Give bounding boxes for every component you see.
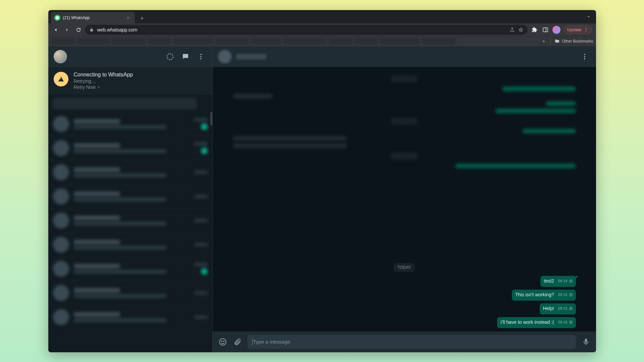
message-row: Help! 09:15 <box>233 303 576 314</box>
message-row: test2 09:14 <box>233 276 576 287</box>
chat-list-item[interactable] <box>48 136 212 160</box>
filter-icon[interactable] <box>200 99 208 108</box>
bookmark-item[interactable] <box>173 38 213 45</box>
share-icon[interactable] <box>509 27 515 33</box>
other-bookmarks-button[interactable]: Other Bookmarks <box>554 39 593 44</box>
browser-window: (21) WhatsApp + web.whatsapp.com <box>48 10 596 352</box>
svg-point-2 <box>585 29 586 30</box>
extensions-icon[interactable] <box>531 26 538 34</box>
new-tab-button[interactable]: + <box>138 14 147 23</box>
chat-list-item[interactable] <box>48 233 212 257</box>
svg-point-1 <box>585 28 586 28</box>
sidebar-search-row <box>48 95 212 112</box>
back-button[interactable] <box>51 25 60 35</box>
message-time: 09:16 <box>558 319 568 325</box>
chat-list-item[interactable] <box>48 208 212 233</box>
connection-title: Connecting to WhatsApp <box>74 72 133 78</box>
new-chat-icon[interactable] <box>179 51 192 63</box>
svg-point-9 <box>584 56 585 57</box>
side-panel-icon[interactable] <box>542 26 549 34</box>
outgoing-message[interactable]: test2 09:14 <box>540 276 576 287</box>
svg-point-10 <box>584 58 585 59</box>
svg-point-16 <box>221 341 222 341</box>
svg-point-17 <box>223 341 224 341</box>
bookmark-item[interactable] <box>215 38 249 45</box>
mic-button[interactable] <box>581 337 591 347</box>
retry-now-button[interactable]: Retry Now <box>74 84 101 90</box>
bookmarks-bar: » Other Bookmarks <box>48 36 596 46</box>
attach-button[interactable] <box>233 337 242 347</box>
bookmark-item[interactable] <box>112 38 146 45</box>
messages-area[interactable]: TODAY test2 09:14 This isn't working? 0 <box>213 67 596 331</box>
message-time: 09:15 <box>558 292 568 298</box>
chat-list-item[interactable] <box>48 305 212 329</box>
bookmark-item[interactable] <box>422 38 455 45</box>
bookmark-item[interactable] <box>148 38 171 45</box>
message-time: 09:14 <box>558 278 568 284</box>
browser-toolbar: web.whatsapp.com Update <box>48 23 596 36</box>
message-text: Help! <box>543 305 555 312</box>
bookmarks-overflow[interactable]: » <box>541 39 546 44</box>
outgoing-message[interactable]: This isn't working? 09:15 <box>512 290 576 301</box>
reload-button[interactable] <box>74 25 83 35</box>
other-bookmarks-label: Other Bookmarks <box>562 39 593 44</box>
message-text: I'll have to work instead :( <box>500 319 555 325</box>
svg-point-7 <box>200 58 202 59</box>
bookmark-item[interactable] <box>354 38 378 45</box>
separator <box>550 38 550 44</box>
svg-point-8 <box>584 54 585 55</box>
bookmark-item[interactable] <box>51 38 74 45</box>
menu-icon[interactable] <box>195 51 207 63</box>
folder-icon <box>554 39 560 44</box>
message-row: This isn't working? 09:15 <box>233 290 576 301</box>
forward-button[interactable] <box>62 25 72 35</box>
tab-close-button[interactable] <box>125 15 131 20</box>
chat-menu-icon[interactable] <box>579 51 591 63</box>
contact-name[interactable] <box>236 54 266 59</box>
search-input[interactable] <box>52 98 197 109</box>
browser-menu-icon[interactable] <box>584 27 588 32</box>
clock-icon <box>569 293 573 297</box>
message-placeholder: Type a message <box>253 339 290 345</box>
message-text: test2 <box>544 278 555 284</box>
bookmark-item[interactable] <box>283 38 327 45</box>
chat-list-item[interactable] <box>48 160 212 184</box>
chat-list-item[interactable] <box>48 112 212 136</box>
clock-icon <box>569 320 573 324</box>
svg-point-15 <box>219 339 226 345</box>
whatsapp-favicon-icon <box>54 15 60 21</box>
bookmark-item[interactable] <box>329 38 352 45</box>
whatsapp-app: Connecting to WhatsApp Retrying… Retry N… <box>48 46 596 352</box>
message-text: This isn't working? <box>515 292 555 298</box>
contact-avatar[interactable] <box>218 50 231 63</box>
clock-icon <box>569 279 573 283</box>
chat-panel: TODAY test2 09:14 This isn't working? 0 <box>213 46 596 352</box>
profile-avatar[interactable] <box>552 26 560 34</box>
bookmark-star-icon[interactable] <box>518 27 524 33</box>
message-input[interactable]: Type a message <box>248 335 576 349</box>
update-button[interactable]: Update <box>564 25 592 34</box>
address-bar[interactable]: web.whatsapp.com <box>85 25 528 35</box>
my-avatar[interactable] <box>54 50 67 63</box>
browser-tab[interactable]: (21) WhatsApp <box>51 12 135 23</box>
toolbar-right-icons: Update <box>530 25 593 34</box>
tabs-dropdown-button[interactable] <box>581 14 596 19</box>
chat-list-item[interactable] <box>48 257 212 281</box>
bookmark-item[interactable] <box>76 38 110 45</box>
url-text: web.whatsapp.com <box>97 27 506 33</box>
chat-list[interactable] <box>48 112 212 352</box>
chevron-right-icon <box>97 85 101 89</box>
bookmark-item[interactable] <box>251 38 281 45</box>
connection-banner: Connecting to WhatsApp Retrying… Retry N… <box>48 67 212 95</box>
outgoing-message[interactable]: Help! 09:15 <box>540 303 576 314</box>
emoji-button[interactable] <box>218 337 227 347</box>
svg-point-4 <box>167 54 173 60</box>
chat-list-item[interactable] <box>48 184 212 208</box>
bookmark-item[interactable] <box>380 38 420 45</box>
chat-list-item[interactable] <box>48 281 212 305</box>
lock-icon <box>89 27 94 32</box>
search-in-chat-icon[interactable] <box>562 51 574 63</box>
outgoing-message[interactable]: I'll have to work instead :( 09:16 <box>497 317 576 328</box>
status-icon[interactable] <box>164 51 176 63</box>
connection-status: Retrying… <box>74 78 133 84</box>
